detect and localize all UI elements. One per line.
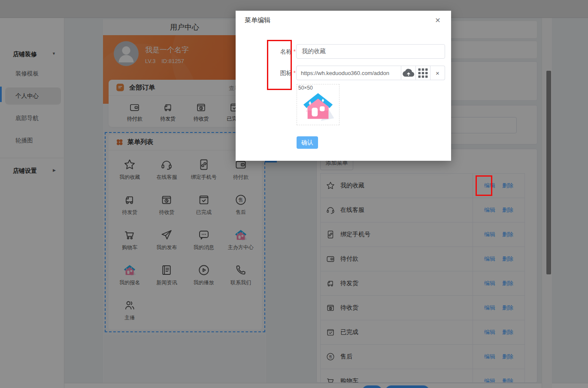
clear-icon-button[interactable]: × [430, 66, 445, 80]
annotation-box-edit-link [476, 175, 492, 196]
icon-url-input[interactable] [296, 66, 401, 80]
preview-size-label: 50×50 [298, 85, 313, 91]
dialog-title: 菜单编辑 [245, 16, 270, 24]
cloud-upload-icon [401, 66, 415, 80]
upload-button[interactable] [401, 66, 416, 80]
icon-library-button[interactable] [416, 66, 430, 80]
confirm-button[interactable]: 确认 [297, 136, 318, 149]
name-input[interactable] [296, 44, 445, 59]
annotation-box-form-labels [267, 40, 292, 90]
required-mark: * [294, 48, 296, 55]
house-color-icon [301, 90, 335, 123]
icon-preview-box: 50×50 [297, 84, 339, 125]
close-icon[interactable]: ✕ [433, 15, 443, 26]
required-mark: * [294, 69, 296, 76]
app-canvas: 店铺装修 ▼ 装修模板 个人中心 底部导航 轮播图 [0, 0, 588, 388]
grid-icon [416, 66, 430, 80]
icon-url-group: × [296, 66, 445, 80]
